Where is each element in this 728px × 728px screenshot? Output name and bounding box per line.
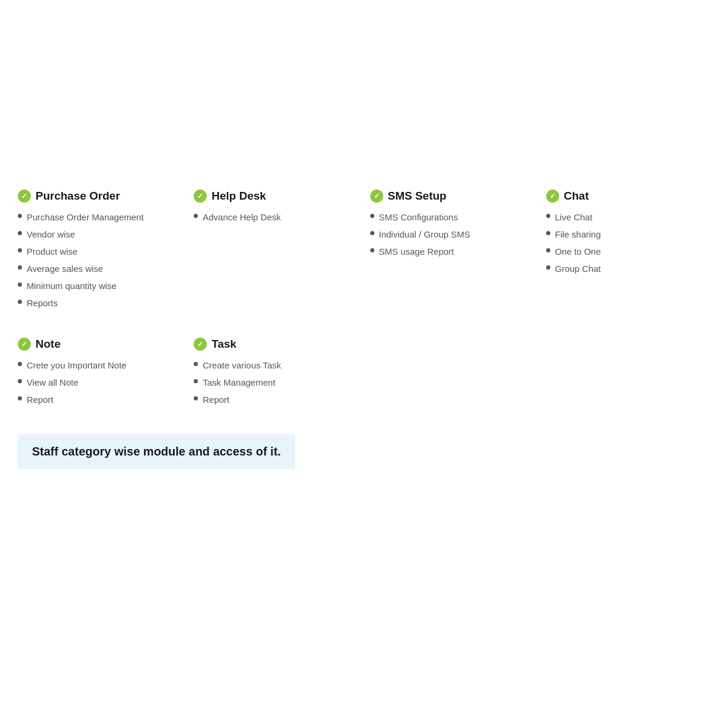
list-item: Minimum quantity wise <box>18 280 182 292</box>
section-title-task: Task <box>194 338 358 351</box>
section-list-note: Crete you Important NoteView all NoteRep… <box>18 359 182 406</box>
list-item: Group Chat <box>546 262 710 275</box>
section-list-help-desk: Advance Help Desk <box>194 211 358 223</box>
section-list-purchase-order: Purchase Order ManagementVendor wiseProd… <box>18 211 182 309</box>
section-sms-setup: SMS SetupSMS ConfigurationsIndividual / … <box>370 190 534 314</box>
list-item: Report <box>194 393 358 406</box>
list-item: One to One <box>546 245 710 258</box>
section-title-help-desk: Help Desk <box>194 190 358 203</box>
list-item: Reports <box>18 297 182 309</box>
list-item: Report <box>18 393 182 406</box>
section-chat: ChatLive ChatFile sharingOne to OneGroup… <box>546 190 710 314</box>
list-item: Task Management <box>194 376 358 389</box>
section-list-chat: Live ChatFile sharingOne to OneGroup Cha… <box>546 211 710 275</box>
list-item: Vendor wise <box>18 228 182 240</box>
section-title-text-sms-setup: SMS Setup <box>388 190 447 203</box>
list-item: Average sales wise <box>18 262 182 275</box>
list-item: Individual / Group SMS <box>370 228 534 240</box>
list-item: Live Chat <box>546 211 710 223</box>
section-list-sms-setup: SMS ConfigurationsIndividual / Group SMS… <box>370 211 534 258</box>
list-item: Product wise <box>18 245 182 258</box>
section-note: NoteCrete you Important NoteView all Not… <box>18 338 182 410</box>
list-item: Crete you Important Note <box>18 359 182 371</box>
section-title-text-chat: Chat <box>564 190 589 203</box>
page-wrapper: Purchase OrderPurchase Order ManagementV… <box>0 0 728 517</box>
section-title-text-task: Task <box>211 338 236 351</box>
list-item: File sharing <box>546 228 710 240</box>
list-item: SMS usage Report <box>370 245 534 258</box>
section-task: TaskCreate various TaskTask ManagementRe… <box>194 338 358 410</box>
check-icon-purchase-order <box>18 190 31 203</box>
check-icon-chat <box>546 190 559 203</box>
section-list-task: Create various TaskTask ManagementReport <box>194 359 358 406</box>
section-title-note: Note <box>18 338 182 351</box>
section-title-text-purchase-order: Purchase Order <box>36 190 120 203</box>
footer-banner-text: Staff category wise module and access of… <box>32 445 281 458</box>
sections-grid-row1: Purchase OrderPurchase Order ManagementV… <box>18 190 710 314</box>
section-title-text-note: Note <box>36 338 60 351</box>
section-title-chat: Chat <box>546 190 710 203</box>
section-title-sms-setup: SMS Setup <box>370 190 534 203</box>
section-purchase-order: Purchase OrderPurchase Order ManagementV… <box>18 190 182 314</box>
sections-grid-row2: NoteCrete you Important NoteView all Not… <box>18 338 710 410</box>
section-title-text-help-desk: Help Desk <box>211 190 266 203</box>
check-icon-task <box>194 338 207 351</box>
list-item: Advance Help Desk <box>194 211 358 223</box>
footer-banner: Staff category wise module and access of… <box>18 434 295 469</box>
check-icon-sms-setup <box>370 190 383 203</box>
list-item: View all Note <box>18 376 182 389</box>
section-help-desk: Help DeskAdvance Help Desk <box>194 190 358 314</box>
list-item: Purchase Order Management <box>18 211 182 223</box>
list-item: SMS Configurations <box>370 211 534 223</box>
check-icon-note <box>18 338 31 351</box>
check-icon-help-desk <box>194 190 207 203</box>
section-title-purchase-order: Purchase Order <box>18 190 182 203</box>
list-item: Create various Task <box>194 359 358 371</box>
